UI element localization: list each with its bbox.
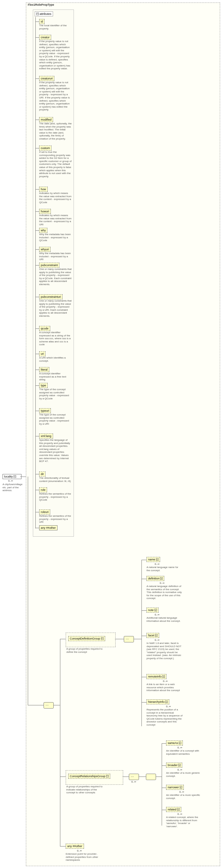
attr-uri: uri <box>39 351 45 356</box>
expand-icon[interactable]: + <box>177 808 180 811</box>
attr-uri-desc: A URI which identifies a concept. <box>39 356 72 362</box>
attr-typeuri: typeuri <box>39 408 51 413</box>
attrs-header: − attributes <box>35 11 53 17</box>
crel-node: ConceptRelationshipsGroup − <box>68 774 110 779</box>
locality-card: 0..∞ <box>8 479 13 482</box>
card-hierarchyinfo: 0..∞ <box>166 705 171 708</box>
attr-roleuri: roleuri <box>39 509 50 515</box>
minus-icon[interactable]: − <box>101 637 104 640</box>
child-note: note+ <box>147 608 158 613</box>
expand-icon[interactable]: + <box>162 675 165 678</box>
attr-creator: creator <box>39 35 51 40</box>
card-seq-crel: 0..∞ <box>132 780 136 783</box>
attr-whyuri: whyuri <box>39 247 50 252</box>
attr-modified: modified <box>39 117 53 122</box>
desc-related: A related concept, where the relationshi… <box>166 816 201 828</box>
locality-label: locality <box>4 475 13 478</box>
collapse-icon[interactable]: − <box>13 475 16 478</box>
card-definition: 0..∞ <box>160 582 164 585</box>
attr-creatoruri-desc: If the property value is not defined, sp… <box>39 81 72 112</box>
attr-dir: dir <box>39 471 45 476</box>
attr-roleuri-desc: Refines the semantics of the property - … <box>39 515 72 524</box>
attr-id-desc: The local identifier of the property. <box>39 24 71 30</box>
desc-note: Additional natural language information … <box>147 616 182 622</box>
locality-node: locality − <box>3 474 22 479</box>
attr-howuri-desc: Indicates by which means the value was e… <box>39 214 72 226</box>
desc-narrower: An identifier of a more specific concept… <box>166 794 201 800</box>
attr-type-desc: The type of the concept assigned as cont… <box>39 388 72 400</box>
child-related: related+ <box>166 807 181 812</box>
expand-icon[interactable]: + <box>156 558 158 561</box>
attr-pubconstrainturi-desc: One or many constraints that apply to pu… <box>39 299 72 318</box>
expand-icon[interactable]: + <box>155 634 157 637</box>
attr-xmllang: xml:lang <box>39 434 53 439</box>
attr-qcode-desc: A concept identifier expressed as a stri… <box>39 331 72 346</box>
card-sameas: 0..∞ <box>178 746 182 749</box>
card-broader: 0..∞ <box>178 768 182 771</box>
attr-whyuri-desc: Why the metadata has been included - exp… <box>39 252 72 261</box>
attr-typeuri-desc: The type of the concept assigned as cont… <box>39 413 72 425</box>
attr-id: id <box>39 19 44 24</box>
attr-dir-desc: The directionality of textual content (e… <box>39 476 72 483</box>
locality-desc: A city/town/village etc. part of the add… <box>3 483 27 492</box>
attr-how: how <box>39 187 48 192</box>
attr-creatoruri: creatoruri <box>39 76 54 81</box>
minus-icon[interactable]: − <box>36 13 39 15</box>
attr-how-desc: Indicates by which means the value was e… <box>39 192 72 204</box>
desc-broader: An identifier of a more generic concept. <box>166 772 201 777</box>
desc-facet: In NAR 1.8 and later, facet is deprecate… <box>147 642 183 660</box>
child-facet: facet+ <box>147 633 159 638</box>
card-related: 0..∞ <box>178 813 182 815</box>
expand-icon[interactable]: + <box>165 701 168 703</box>
seq-cdef: ⋯ <box>124 636 134 642</box>
child-remoteinfo: remoteInfo+ <box>147 674 166 679</box>
expand-icon[interactable]: + <box>160 577 162 580</box>
attr-howuri: howuri <box>39 209 51 214</box>
card-ext: 0..∞ <box>77 849 82 852</box>
attr-qcode: qcode <box>39 326 50 331</box>
attr-type: type <box>39 383 48 388</box>
attr-role-desc: Refines the semantics of the property - … <box>39 492 72 502</box>
attrs-title: attributes <box>40 12 51 16</box>
child-sameas: sameAs+ <box>166 741 183 746</box>
attr-why: why <box>39 228 47 233</box>
child-definition: definition+ <box>147 576 164 581</box>
attr-pubconstraint: pubconstraint <box>39 262 60 268</box>
minus-icon[interactable]: − <box>106 775 109 777</box>
expand-icon[interactable]: + <box>178 764 181 767</box>
child-broader: broader+ <box>166 763 182 768</box>
attr-custom: custom <box>39 146 51 151</box>
ext-anyother: any ##other <box>66 844 84 849</box>
child-narrower: narrower+ <box>166 785 184 790</box>
desc-ext: Extension point for provider-defined pro… <box>66 852 104 862</box>
desc-hierarchyinfo: Represents the position of a concept in … <box>147 708 183 726</box>
card-remoteinfo: 0..∞ <box>163 680 168 683</box>
flex1-title: Flex1RolePropType <box>28 3 54 6</box>
desc-sameas: An identifier of a concept with equivale… <box>166 749 201 755</box>
crel-desc: A group of properties required to indica… <box>66 785 104 794</box>
attr-xmllang-desc: Specifies the language of this property … <box>39 439 72 463</box>
expand-icon[interactable]: + <box>179 742 181 744</box>
attr-custom-desc: If set to true the corresponding propert… <box>39 151 72 178</box>
card-name: 0..∞ <box>155 563 159 565</box>
card-facet: 0..∞ <box>155 639 159 642</box>
attr-creator-desc: If the property value is not defined, sp… <box>39 40 72 70</box>
attr-literal-desc: A concept identifier expressed as a free… <box>39 372 72 381</box>
seq-crel: ⋯ <box>129 774 139 780</box>
expand-icon[interactable]: + <box>154 609 157 611</box>
attr-pubconstrainturi: pubconstrainturi <box>39 294 63 299</box>
child-name: name+ <box>147 557 160 562</box>
desc-definition: A natural language definition of the sem… <box>147 585 182 600</box>
card-note: 0..∞ <box>155 613 159 616</box>
attr-literal: literal <box>39 367 49 372</box>
cdef-desc: A group of properties required to define… <box>66 647 104 653</box>
attr-pubconstraint-desc: One or many constraints that apply to pu… <box>39 268 72 286</box>
desc-name: A natural language name for the concept. <box>147 566 181 572</box>
expand-icon[interactable]: + <box>180 786 182 788</box>
attr-role: role <box>39 487 47 492</box>
desc-remoteinfo: A link to an item or a web resource whic… <box>147 683 183 692</box>
card-narrower: 0..∞ <box>179 790 184 793</box>
choice-crel <box>146 774 156 780</box>
child-hierarchyinfo: hierarchyInfo+ <box>147 699 169 704</box>
attr-modified-desc: The date (and, optionally, the time) whe… <box>39 122 72 141</box>
